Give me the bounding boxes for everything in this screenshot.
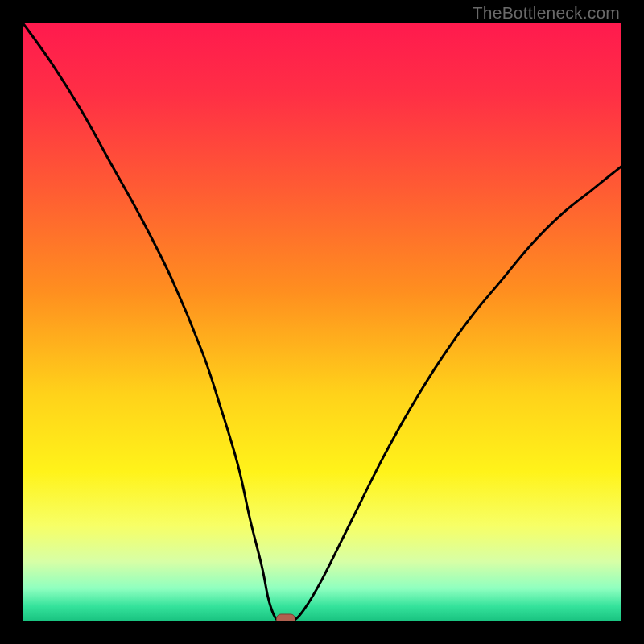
bottleneck-curve — [23, 23, 621, 621]
chart-frame: TheBottleneck.com — [0, 0, 644, 644]
watermark-text: TheBottleneck.com — [473, 3, 620, 23]
plot-area — [23, 23, 621, 621]
optimum-marker — [276, 613, 295, 621]
